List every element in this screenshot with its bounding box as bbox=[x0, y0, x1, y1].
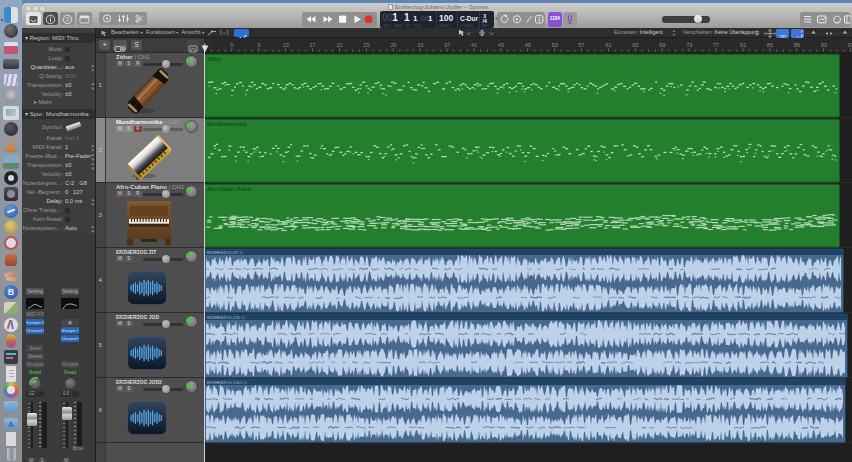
svg-text:ERZHERZOG JOD ⓘ: ERZHERZOG JOD ⓘ bbox=[207, 315, 245, 320]
svg-text:Afro-Cuban Piano: Afro-Cuban Piano bbox=[207, 186, 251, 192]
svg-text:ERZHERZOG JOD2 ⓘ: ERZHERZOG JOD2 ⓘ bbox=[207, 380, 248, 385]
svg-text:Zither: Zither bbox=[207, 56, 221, 62]
svg-text:Mundharmonika: Mundharmonika bbox=[207, 121, 247, 127]
svg-text:ERZHERZOG ZIT ⓘ: ERZHERZOG ZIT ⓘ bbox=[207, 250, 243, 255]
